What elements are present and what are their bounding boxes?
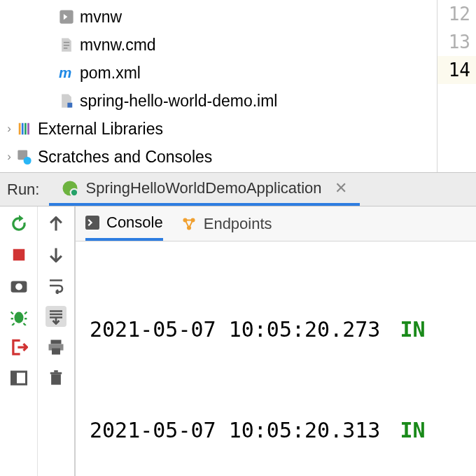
- run-toolwindow-body: Console Endpoints 2021-05-07 10:05:20.27…: [0, 206, 476, 476]
- maven-icon: m: [59, 65, 74, 80]
- console-actions-column: [38, 206, 76, 476]
- exec-file-icon: [59, 9, 74, 24]
- svg-rect-9: [24, 123, 27, 135]
- run-config-name: SpringHelloWorldDemoApplication: [85, 179, 321, 197]
- console-output[interactable]: 2021-05-07 10:05:20.273IN 2021-05-07 10:…: [76, 241, 476, 476]
- exit-icon[interactable]: [8, 337, 29, 358]
- soft-wrap-icon[interactable]: [46, 275, 66, 296]
- scratches-icon: [17, 149, 32, 164]
- console-panel: Console Endpoints 2021-05-07 10:05:20.27…: [76, 206, 476, 476]
- svg-rect-2: [64, 45, 69, 46]
- svg-rect-8: [22, 123, 24, 135]
- svg-rect-23: [52, 349, 60, 355]
- run-config-tab[interactable]: SpringHelloWorldDemoApplication ✕: [49, 173, 359, 206]
- tree-item-label: mvnw.cmd: [80, 36, 156, 55]
- svg-point-12: [24, 157, 31, 164]
- svg-point-14: [71, 188, 78, 196]
- svg-point-18: [14, 312, 23, 323]
- svg-rect-26: [54, 370, 58, 372]
- tree-item[interactable]: mvnw.cmd: [0, 31, 476, 59]
- chevron-right-icon[interactable]: ›: [3, 150, 15, 164]
- svg-rect-6: [67, 103, 72, 108]
- tree-item-label: External Libraries: [38, 120, 163, 139]
- layout-icon[interactable]: [8, 368, 29, 388]
- svg-rect-24: [51, 374, 61, 385]
- svg-rect-7: [19, 123, 21, 135]
- svg-rect-21: [51, 340, 62, 344]
- tab-console-label: Console: [106, 214, 163, 232]
- svg-rect-25: [50, 372, 62, 374]
- tree-item[interactable]: m pom.xml: [0, 59, 476, 87]
- svg-point-17: [15, 284, 22, 290]
- spring-boot-icon: [62, 180, 78, 197]
- svg-rect-20: [11, 372, 17, 384]
- tree-item-label: Scratches and Consoles: [38, 148, 212, 167]
- scroll-to-end-icon[interactable]: [46, 306, 66, 327]
- print-icon[interactable]: [46, 337, 66, 358]
- close-icon[interactable]: ✕: [335, 179, 347, 197]
- log-timestamp: 2021-05-07 10:05:20.313: [90, 414, 380, 447]
- console-subtabs: Console Endpoints: [76, 206, 476, 241]
- file-icon: [59, 37, 74, 52]
- project-tree: mvnw mvnw.cmd m pom.xml spring-hello-wor…: [0, 0, 476, 172]
- down-arrow-icon[interactable]: [46, 244, 66, 265]
- tree-item[interactable]: mvnw: [0, 3, 476, 31]
- svg-text:m: m: [59, 65, 71, 80]
- camera-icon[interactable]: [8, 275, 29, 296]
- console-icon: [85, 216, 99, 230]
- svg-rect-10: [27, 123, 29, 135]
- trash-icon[interactable]: [46, 368, 66, 388]
- tree-item-label: pom.xml: [80, 64, 141, 83]
- tab-endpoints[interactable]: Endpoints: [181, 206, 272, 241]
- endpoints-icon: [181, 216, 197, 232]
- run-toolwindow-header: Run: SpringHelloWorldDemoApplication ✕: [0, 172, 476, 206]
- chevron-right-icon[interactable]: ›: [3, 122, 15, 136]
- svg-rect-15: [13, 249, 24, 261]
- rerun-icon[interactable]: [8, 214, 29, 234]
- iml-file-icon: [59, 93, 74, 108]
- log-level: IN: [400, 313, 425, 346]
- log-timestamp: 2021-05-07 10:05:20.273: [90, 313, 380, 346]
- up-arrow-icon[interactable]: [46, 214, 66, 234]
- tree-item[interactable]: › External Libraries: [0, 115, 476, 143]
- bug-icon[interactable]: [8, 306, 29, 327]
- run-actions-column: [0, 206, 38, 476]
- stop-icon[interactable]: [8, 244, 29, 265]
- svg-rect-1: [64, 42, 69, 43]
- log-level: IN: [400, 414, 425, 447]
- tree-item[interactable]: spring-hello-world-demo.iml: [0, 87, 476, 115]
- tab-endpoints-label: Endpoints: [204, 215, 272, 233]
- tree-item[interactable]: › Scratches and Consoles: [0, 143, 476, 171]
- run-label: Run:: [0, 181, 49, 199]
- svg-rect-3: [64, 48, 68, 48]
- tree-item-label: mvnw: [80, 8, 122, 27]
- libraries-icon: [17, 121, 32, 136]
- tab-console[interactable]: Console: [85, 206, 163, 241]
- tree-item-label: spring-hello-world-demo.iml: [80, 92, 277, 111]
